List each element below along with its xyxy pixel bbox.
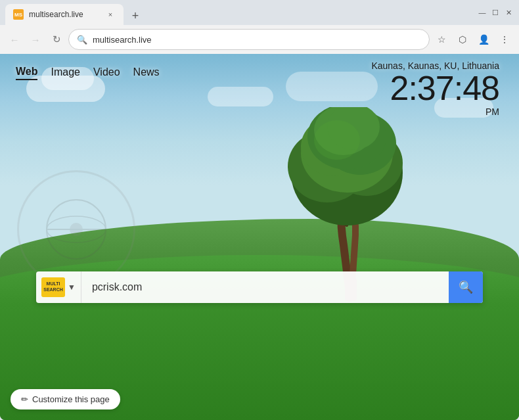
window-controls: — ☐ ✕ <box>477 7 514 18</box>
location-clock: Kaunas, Kaunas, KU, Lithuania 2:37:48 PM <box>371 60 499 117</box>
toolbar: ← → ↻ 🔍 ☆ ⬡ 👤 ⋮ <box>0 25 519 54</box>
address-search-icon: 🔍 <box>77 35 87 45</box>
customize-label: Customize this page <box>32 394 110 404</box>
clock-ampm: PM <box>371 106 499 117</box>
tab-web[interactable]: Web <box>16 64 37 80</box>
extensions-button[interactable]: ⬡ <box>453 30 472 49</box>
bookmark-button[interactable]: ☆ <box>432 30 451 49</box>
reload-button[interactable]: ↻ <box>47 30 66 49</box>
restore-button[interactable]: ☐ <box>490 7 501 18</box>
active-tab[interactable]: MS multisearch.live × <box>5 4 124 25</box>
menu-button[interactable]: ⋮ <box>495 30 514 49</box>
engine-dropdown-arrow[interactable]: ▼ <box>68 283 76 292</box>
clock-time: 2:37:48 <box>371 71 499 105</box>
new-tab-button[interactable]: + <box>126 7 145 25</box>
search-box: MULTISEARCH ▼ 🔍 <box>36 271 483 303</box>
tab-strip: MS multisearch.live × + <box>5 0 474 25</box>
chrome-window: MS multisearch.live × + — ☐ ✕ ← → ↻ 🔍 ☆ … <box>0 0 519 420</box>
forward-button[interactable]: → <box>26 30 45 49</box>
search-input[interactable] <box>81 271 449 303</box>
back-button[interactable]: ← <box>5 30 24 49</box>
profile-button[interactable]: 👤 <box>474 30 493 49</box>
toolbar-icons: ☆ ⬡ 👤 ⋮ <box>432 30 514 49</box>
tab-video[interactable]: Video <box>93 65 120 80</box>
address-input[interactable] <box>93 35 421 45</box>
tab-image[interactable]: Image <box>51 65 79 80</box>
tab-news[interactable]: News <box>133 65 160 80</box>
tab-close-button[interactable]: × <box>105 9 116 20</box>
engine-selector[interactable]: MULTISEARCH ▼ <box>36 271 81 303</box>
cloud-3 <box>208 87 273 106</box>
cloud-4 <box>286 72 378 101</box>
close-window-button[interactable]: ✕ <box>503 7 514 18</box>
page-content: Web Image Video News Kaunas, Kaunas, KU,… <box>0 54 519 420</box>
svg-point-14 <box>314 120 360 160</box>
search-submit-icon: 🔍 <box>459 280 473 294</box>
tab-favicon: MS <box>13 9 24 20</box>
address-bar[interactable]: 🔍 <box>68 29 430 50</box>
search-nav: Web Image Video News <box>16 64 160 80</box>
search-submit-button[interactable]: 🔍 <box>449 271 483 303</box>
customize-button[interactable]: ✏ Customize this page <box>11 389 120 409</box>
tab-title: multisearch.live <box>29 10 100 19</box>
engine-logo: MULTISEARCH <box>41 277 65 297</box>
minimize-button[interactable]: — <box>477 7 487 18</box>
customize-icon: ✏ <box>21 394 28 404</box>
title-bar: MS multisearch.live × + — ☐ ✕ <box>0 0 519 25</box>
